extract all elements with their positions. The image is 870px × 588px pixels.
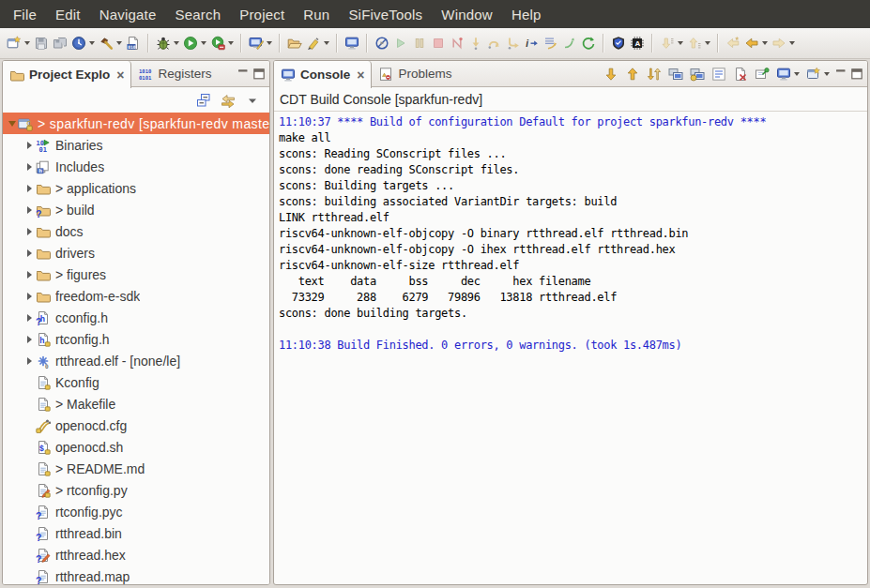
target-button[interactable] (69, 34, 97, 53)
menu-search[interactable]: Search (165, 7, 230, 23)
tab-project-explorer[interactable]: Project Explo × (3, 61, 131, 88)
dropdown-arrow-icon[interactable] (824, 72, 830, 76)
run-button[interactable] (181, 34, 208, 53)
expand-arrow-icon[interactable] (23, 228, 36, 235)
menu-navigate[interactable]: Navigate (90, 7, 166, 23)
swap-order-button[interactable] (645, 65, 664, 83)
tree-item-openocd-sh[interactable]: $openocd.sh (3, 436, 269, 458)
expand-arrow-icon[interactable] (23, 249, 36, 257)
highlight-button[interactable] (304, 34, 331, 53)
new-wizard-button[interactable] (5, 34, 32, 53)
pin-console-button[interactable] (753, 65, 771, 83)
expand-arrow-icon[interactable] (23, 206, 36, 214)
tree-item-figures[interactable]: > figures (3, 264, 269, 285)
tree-item-build[interactable]: ?> build (3, 199, 269, 220)
dropdown-arrow-icon[interactable] (89, 41, 95, 45)
i-step-button[interactable]: i (523, 34, 542, 53)
save-all-button[interactable] (51, 34, 69, 53)
menu-edit[interactable]: Edit (46, 7, 90, 23)
dropdown-arrow-icon[interactable] (678, 41, 683, 45)
show-stdout-button[interactable] (666, 65, 685, 83)
link-editor-button[interactable] (219, 91, 237, 110)
expand-arrow-icon[interactable] (23, 336, 36, 343)
move-line-button[interactable] (560, 34, 579, 53)
open-folder-button[interactable] (285, 34, 304, 53)
tab-registers[interactable]: 10100101 Registers (131, 61, 218, 86)
menu-run[interactable]: Run (294, 7, 339, 23)
tree-item-drivers[interactable]: drivers (3, 242, 269, 264)
maximize-icon[interactable] (252, 67, 267, 82)
view-menu-button[interactable] (243, 91, 262, 110)
tree-item-rtthread-hex[interactable]: ?rtthread.hex (3, 544, 269, 565)
tree-item-binaries[interactable]: 1001Binaries (3, 134, 269, 156)
dropdown-arrow-icon[interactable] (116, 41, 122, 45)
dropdown-arrow-icon[interactable] (789, 41, 795, 45)
expand-arrow-icon[interactable] (23, 357, 36, 365)
expand-arrow-icon[interactable] (23, 314, 36, 322)
expand-arrow-icon[interactable] (6, 121, 18, 127)
last-edit-button[interactable] (724, 34, 742, 53)
hammer-button[interactable] (97, 34, 124, 53)
next-annotation-button[interactable] (658, 34, 685, 53)
tree-item-freedom-e-sdk[interactable]: freedom-e-sdk (3, 285, 269, 307)
minimize-icon[interactable] (236, 67, 251, 82)
tree-item-includes[interactable]: hIncludes (3, 156, 269, 177)
tree-item-rtthread-map[interactable]: ?rtthread.map (3, 565, 269, 585)
edit-monitor-button[interactable] (247, 34, 274, 53)
menu-project[interactable]: Project (230, 7, 294, 23)
minimize-icon[interactable] (833, 67, 848, 82)
console-monitor-button[interactable] (343, 34, 361, 53)
menu-file[interactable]: File (4, 7, 46, 23)
tree-item-docs[interactable]: docs (3, 220, 269, 242)
maximize-icon[interactable] (849, 67, 864, 82)
expand-arrow-icon[interactable] (23, 142, 36, 149)
forward-d-button[interactable] (770, 34, 797, 53)
show-stderr-button[interactable] (688, 65, 707, 83)
tree-item-readme-md[interactable]: > README.md (3, 458, 269, 479)
arr-down-button[interactable] (602, 65, 620, 83)
tab-problems[interactable]: Problems (372, 61, 458, 86)
tree-item-rtthread-bin[interactable]: ?rtthread.bin (3, 522, 269, 544)
clear-console-button[interactable] (731, 65, 750, 83)
word-wrap-button[interactable] (710, 65, 728, 83)
instr-mode-button[interactable] (542, 34, 560, 53)
tree-item-makefile[interactable]: > Makefile (3, 393, 269, 415)
debug-bug-button[interactable] (154, 34, 181, 53)
dropdown-arrow-icon[interactable] (174, 41, 179, 45)
prev-annotation-button[interactable] (685, 34, 712, 53)
dropdown-arrow-icon[interactable] (794, 72, 800, 76)
save-button[interactable] (32, 34, 51, 53)
stop-button[interactable] (429, 34, 448, 53)
expand-arrow-icon[interactable] (23, 271, 36, 279)
tree-item-openocd-cfg[interactable]: openocd.cfg (3, 415, 269, 436)
expand-arrow-icon[interactable] (23, 293, 36, 300)
tree-item-cconfig-h[interactable]: h?cconfig.h (3, 307, 269, 328)
tree-item-kconfig[interactable]: Kconfig (3, 371, 269, 393)
expand-arrow-icon[interactable] (23, 163, 36, 171)
collapse-all-button[interactable] (194, 91, 213, 110)
expand-arrow-icon[interactable] (23, 185, 36, 192)
tree-item-rtthread-elf-none-le[interactable]: 0rtthread.elf - [none/le] (3, 350, 269, 371)
menu-window[interactable]: Window (432, 7, 502, 23)
dropdown-arrow-icon[interactable] (228, 41, 234, 45)
resume-button[interactable] (391, 34, 410, 53)
display-console-button[interactable] (774, 65, 801, 83)
skip-breakpoints-button[interactable] (373, 34, 391, 53)
dropdown-arrow-icon[interactable] (324, 41, 329, 45)
memory-button[interactable]: A (628, 34, 647, 53)
close-icon[interactable]: × (116, 68, 124, 83)
step-return-d-button[interactable] (504, 34, 523, 53)
suspend-button[interactable] (410, 34, 429, 53)
dropdown-arrow-icon[interactable] (267, 41, 272, 45)
tree-item-rtconfig-py[interactable]: > rtconfig.py (3, 479, 269, 501)
tree-item-rtconfig-h[interactable]: hrtconfig.h (3, 328, 269, 350)
tree-item-applications[interactable]: > applications (3, 177, 269, 199)
tree-item-rtconfig-pyc[interactable]: ?rtconfig.pyc (3, 501, 269, 522)
close-icon[interactable]: × (357, 68, 364, 83)
dropdown-arrow-icon[interactable] (201, 41, 206, 45)
open-console-button[interactable] (804, 65, 832, 83)
step-into-d-button[interactable] (466, 34, 485, 53)
binary-file-button[interactable]: 010 (124, 34, 143, 53)
menu-sifivetools[interactable]: SiFiveTools (339, 7, 432, 23)
shield-button[interactable] (609, 34, 628, 53)
